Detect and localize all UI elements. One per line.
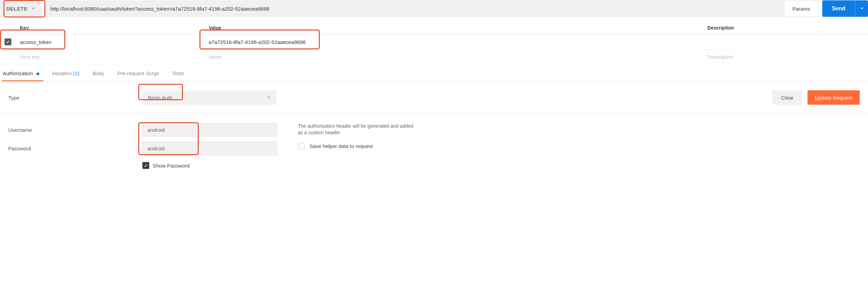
auth-type-label: Type	[8, 95, 142, 101]
show-password-checkbox[interactable]	[142, 162, 149, 169]
params-button[interactable]: Params	[785, 0, 818, 17]
auth-helper-text: The authorization header will be generat…	[298, 123, 415, 136]
param-key-cell[interactable]: access_token	[16, 34, 205, 50]
username-input[interactable]: android	[142, 123, 277, 137]
params-table: Key Value Description access_token a7a72…	[0, 22, 868, 64]
request-tabs: Authorization Headers (1) Body Pre-reque…	[0, 66, 868, 81]
param-checkbox[interactable]	[4, 38, 11, 45]
tab-tests[interactable]: Tests	[171, 66, 185, 81]
auth-type-value: Basic Auth	[148, 95, 172, 101]
http-method-select[interactable]: DELETE	[0, 0, 42, 17]
username-label: Username	[8, 127, 142, 133]
clear-button[interactable]: Clear	[772, 90, 803, 105]
chevron-down-icon	[31, 6, 36, 12]
show-password-label: Show Password	[153, 163, 190, 169]
tab-body[interactable]: Body	[92, 66, 105, 81]
update-request-button[interactable]: Update Request	[807, 90, 860, 105]
param-value-cell[interactable]: a7a72516-8fa7-4196-a202-52aaecea9698	[205, 34, 703, 50]
tab-prerequest[interactable]: Pre-request Script	[117, 66, 160, 81]
chevron-down-icon	[859, 6, 864, 12]
password-label: Password	[8, 146, 142, 151]
url-value: http://localhost:8080/uaa/oauth/token?ac…	[50, 6, 269, 12]
auth-type-select[interactable]: Basic Auth	[142, 90, 276, 105]
table-row[interactable]: access_token a7a72516-8fa7-4196-a202-52a…	[0, 34, 868, 50]
param-key-placeholder[interactable]: New key	[16, 50, 205, 64]
tab-authorization[interactable]: Authorization	[2, 66, 40, 81]
http-method-label: DELETE	[6, 6, 28, 12]
send-dropdown[interactable]	[855, 0, 868, 17]
param-value-placeholder[interactable]: Value	[205, 50, 703, 64]
status-dot-icon	[36, 72, 39, 75]
password-input[interactable]: android	[142, 141, 277, 155]
column-header-value: Value	[205, 22, 703, 34]
column-header-description: Description	[703, 22, 868, 34]
column-header-key: Key	[16, 22, 205, 34]
param-description-cell[interactable]	[703, 34, 868, 50]
send-button[interactable]: Send	[822, 0, 855, 17]
headers-count: (1)	[73, 70, 79, 76]
save-helper-label: Save helper data to request	[310, 143, 373, 149]
chevron-down-icon	[266, 95, 271, 101]
tab-headers[interactable]: Headers (1)	[52, 66, 80, 81]
save-helper-checkbox[interactable]	[298, 143, 305, 150]
table-row-new[interactable]: New key Value Description	[0, 50, 868, 64]
url-input[interactable]: http://localhost:8080/uaa/oauth/token?ac…	[45, 0, 785, 17]
param-description-placeholder[interactable]: Description	[703, 50, 868, 64]
